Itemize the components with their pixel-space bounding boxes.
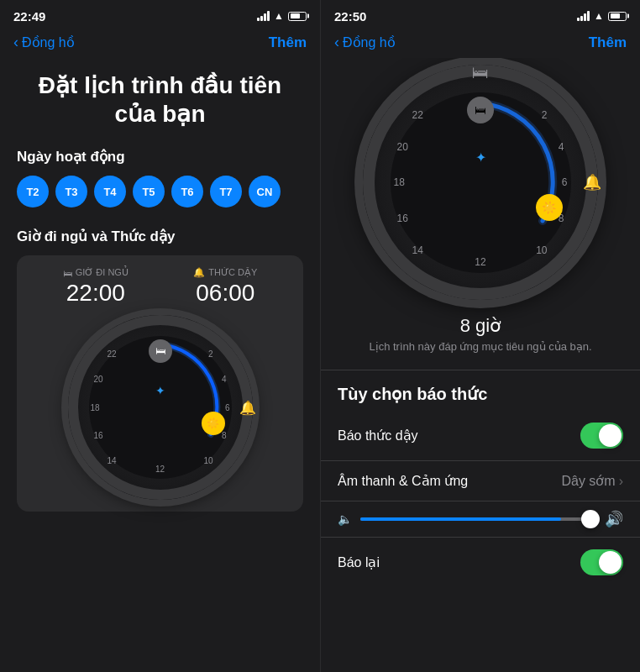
add-button-right[interactable]: Thêm xyxy=(589,34,627,51)
status-icons-right: ▲ xyxy=(577,10,627,22)
left-content: Đặt lịch trình đầu tiên của bạn Ngày hoạ… xyxy=(0,58,320,672)
nav-bar-left: ‹ Đồng hồ Thêm xyxy=(0,30,320,58)
sleep-card: 🛏 GIỜ ĐI NGỦ 22:00 🔔 THỨC DẬY 06:00 xyxy=(17,255,303,512)
day-t7[interactable]: T7 xyxy=(210,176,242,207)
day-t4[interactable]: T4 xyxy=(94,176,126,207)
wake-handle-left[interactable]: ☀️ xyxy=(202,412,225,435)
status-time-right: 22:50 xyxy=(334,9,366,24)
sleep-indicator-left: ✦ xyxy=(155,384,165,397)
page-title: Đặt lịch trình đầu tiên của bạn xyxy=(17,71,303,128)
sleep-handle-left[interactable]: 🛏 xyxy=(149,339,172,363)
back-label-right: Đồng hồ xyxy=(343,34,396,50)
chevron-right-icon: › xyxy=(619,474,623,489)
section-divider xyxy=(321,370,640,370)
bell-icon-sm: 🔔 xyxy=(193,267,205,278)
bell-icon-clock-right: 🔔 xyxy=(583,173,601,192)
volume-high-icon: 🔊 xyxy=(605,510,623,528)
add-button-left[interactable]: Thêm xyxy=(269,34,307,51)
alarm-wake-toggle-knob xyxy=(599,424,622,447)
snooze-row: Báo lại xyxy=(321,538,640,587)
alarm-wake-label: Báo thức dậy xyxy=(338,428,418,444)
bedtime-value: 22:00 xyxy=(63,280,129,307)
volume-slider[interactable] xyxy=(360,517,596,521)
right-content: 🛏 0 2 4 6 8 10 12 14 16 xyxy=(321,58,640,672)
status-icons-left: ▲ xyxy=(257,10,307,22)
clock-large[interactable]: 🛏 0 2 4 6 8 10 12 14 16 xyxy=(363,65,598,300)
left-panel: 22:49 ▲ ‹ Đồng hồ Thêm Đặt lịch trình đầ… xyxy=(0,0,320,672)
days-label: Ngày hoạt động xyxy=(17,148,303,165)
bell-icon-clock-left: 🔔 xyxy=(239,400,256,416)
day-cn[interactable]: CN xyxy=(249,176,281,207)
signal-bars-left xyxy=(257,11,270,21)
sound-haptic-value: Dây sớm › xyxy=(561,473,623,489)
back-button-right[interactable]: ‹ Đồng hồ xyxy=(334,34,396,51)
day-t3[interactable]: T3 xyxy=(55,176,87,207)
bed-icon-top: 🛏 xyxy=(472,63,489,82)
back-chevron-right: ‹ xyxy=(334,34,339,51)
back-label-left: Đồng hồ xyxy=(22,34,75,50)
clock-outer-left: 0 2 4 6 8 10 12 14 16 18 20 22 🛏 xyxy=(68,315,253,500)
clock-large-outer: 🛏 0 2 4 6 8 10 12 14 16 xyxy=(363,65,598,300)
wake-handle-right[interactable]: ☀️ xyxy=(536,194,563,221)
back-button-left[interactable]: ‹ Đồng hồ xyxy=(13,34,75,51)
sleep-duration-section: 8 giờ Lịch trình này đáp ứng mục tiêu ng… xyxy=(321,308,640,356)
day-t2[interactable]: T2 xyxy=(17,176,49,207)
sleep-handle-right[interactable]: 🛏 xyxy=(467,97,494,123)
back-chevron-left: ‹ xyxy=(13,34,18,51)
alarm-wake-row: Báo thức dậy xyxy=(321,411,640,461)
sleep-indicator-right: ✦ xyxy=(475,149,486,165)
bedtime-label: 🛏 GIỜ ĐI NGỦ xyxy=(63,267,129,278)
sound-haptic-row[interactable]: Âm thanh & Cảm ứng Dây sớm › xyxy=(321,461,640,501)
snooze-label: Báo lại xyxy=(338,554,380,570)
status-bar-left: 22:49 ▲ xyxy=(0,0,320,30)
wakeup-label: 🔔 THỨC DẬY xyxy=(193,267,257,278)
battery-icon-left xyxy=(288,12,307,21)
wakeup-col: 🔔 THỨC DẬY 06:00 xyxy=(193,267,257,307)
battery-icon-right xyxy=(608,12,627,21)
signal-bars-right xyxy=(577,11,590,21)
volume-fill xyxy=(360,517,561,521)
right-panel: 22:50 ▲ ‹ Đồng hồ Thêm 🛏 xyxy=(320,0,640,672)
sleep-hours-text: 8 giờ xyxy=(338,315,623,337)
days-row: T2 T3 T4 T5 T6 T7 CN xyxy=(17,176,303,207)
snooze-toggle[interactable] xyxy=(580,549,623,575)
volume-low-icon: 🔈 xyxy=(338,512,352,526)
status-time-left: 22:49 xyxy=(13,9,45,24)
status-bar-right: 22:50 ▲ xyxy=(321,0,640,30)
nav-bar-right: ‹ Đồng hồ Thêm xyxy=(321,30,640,58)
wifi-icon-left: ▲ xyxy=(274,10,284,22)
clock-inner-left: 0 2 4 6 8 10 12 14 16 18 20 22 🛏 xyxy=(89,336,232,479)
bedtime-col: 🛏 GIỜ ĐI NGỦ 22:00 xyxy=(63,267,129,307)
day-t5[interactable]: T5 xyxy=(133,176,165,207)
bed-icon-sm: 🛏 xyxy=(63,268,72,278)
sleep-times: 🛏 GIỜ ĐI NGỦ 22:00 🔔 THỨC DẬY 06:00 xyxy=(30,267,290,307)
alarm-wake-toggle[interactable] xyxy=(580,423,623,449)
clock-widget-left[interactable]: 0 2 4 6 8 10 12 14 16 18 20 22 🛏 xyxy=(68,315,253,500)
day-t6[interactable]: T6 xyxy=(171,176,203,207)
clock-large-inner: 0 2 4 6 8 10 12 14 16 18 20 22 🛏 ☀️ xyxy=(391,92,571,273)
snooze-toggle-knob xyxy=(599,551,622,574)
sleep-desc-text: Lịch trình này đáp ứng mục tiêu ngủ của … xyxy=(338,340,623,353)
sleep-section-label: Giờ đi ngủ và Thức dậy xyxy=(17,228,303,245)
wakeup-value: 06:00 xyxy=(193,280,257,307)
alarm-options-title: Tùy chọn báo thức xyxy=(321,384,640,404)
wifi-icon-right: ▲ xyxy=(594,10,604,22)
volume-row: 🔈 🔊 xyxy=(321,501,640,538)
sound-haptic-label: Âm thanh & Cảm ứng xyxy=(338,473,468,489)
volume-knob[interactable] xyxy=(581,510,600,528)
